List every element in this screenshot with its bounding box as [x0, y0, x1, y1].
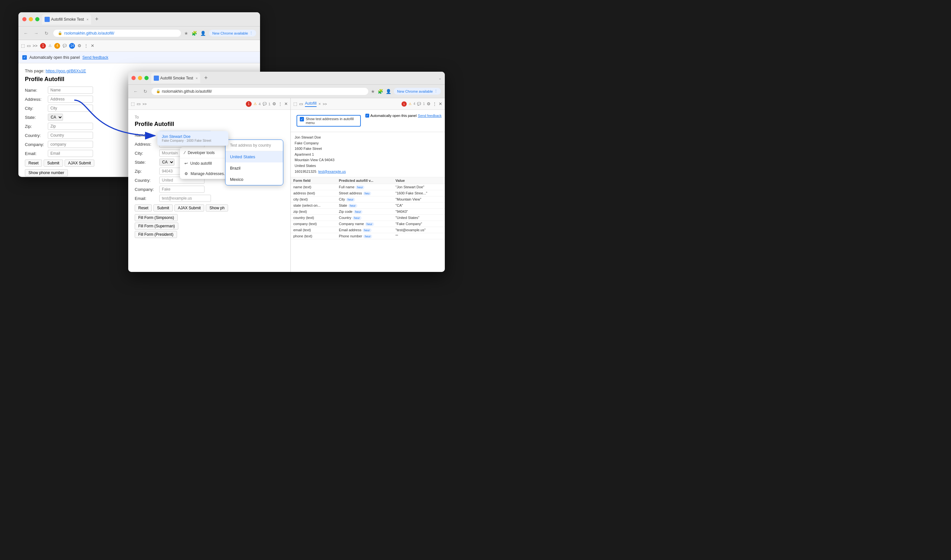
name-input[interactable]: [48, 86, 93, 94]
city-input[interactable]: [48, 105, 93, 112]
country-item-brazil[interactable]: Brazil: [225, 162, 283, 174]
ajax-submit-button-1[interactable]: AJAX Submit: [65, 160, 95, 167]
company-input-2[interactable]: [159, 186, 205, 193]
profile-icon[interactable]: 👤: [200, 31, 206, 36]
minimize-button[interactable]: [29, 17, 33, 21]
more-tabs-icon[interactable]: >>: [323, 102, 327, 106]
reset-btn-2[interactable]: Reset: [135, 205, 152, 212]
submit-btn-2[interactable]: Submit: [154, 205, 172, 212]
new-tab-btn-2[interactable]: +: [204, 75, 208, 82]
forward-button[interactable]: →: [32, 31, 40, 36]
country-item-mexico[interactable]: Mexico: [225, 174, 283, 185]
back-button[interactable]: ←: [22, 31, 29, 36]
more-icon-2: ⋮: [434, 89, 438, 93]
close-btn-2[interactable]: [131, 76, 136, 80]
more-tools-icon[interactable]: >>: [32, 43, 37, 48]
field-cell: address (text): [291, 190, 336, 196]
device-icon-2[interactable]: ▭: [137, 102, 140, 106]
show-phone-button-1[interactable]: Show phone number: [25, 169, 68, 176]
extension-icon-2[interactable]: 🧩: [378, 89, 383, 94]
address-input[interactable]: [48, 95, 93, 103]
goo-link[interactable]: https://goo.gl/B6Xs1E: [46, 68, 86, 73]
close-panel-icon[interactable]: ✕: [439, 102, 442, 106]
star-icon[interactable]: ★: [184, 31, 188, 36]
autofill-suggestion-dropdown[interactable]: Jon Stewart Doe Fake Company · 1600 Fake…: [157, 131, 228, 146]
maximize-button[interactable]: [35, 17, 39, 21]
more-devtools-icon[interactable]: ⋮: [84, 43, 88, 48]
company-label: Company:: [25, 142, 46, 147]
device-icon-3[interactable]: ▭: [299, 102, 303, 106]
value-cell: "1600 Fake Stree...": [393, 190, 445, 196]
company-label-2: Company:: [135, 187, 157, 192]
tab-1[interactable]: Autofill Smoke Test ×: [42, 14, 91, 25]
fill-simpsons-2[interactable]: Fill Form (Simpsons): [135, 214, 178, 221]
heur-badge: heur: [348, 204, 357, 208]
max-btn-2[interactable]: [145, 76, 149, 80]
settings-icon[interactable]: ⚙: [77, 43, 82, 48]
tab-close-icon[interactable]: ×: [86, 17, 89, 21]
star-icon-2[interactable]: ★: [371, 89, 375, 94]
address-label-2: Address:: [135, 142, 157, 147]
heur-badge: heur: [352, 216, 362, 220]
inspect-icon-2[interactable]: ⬚: [131, 102, 135, 106]
close-autofill-tab[interactable]: ×: [319, 102, 321, 106]
autofill-tab[interactable]: Autofill: [305, 101, 317, 107]
company-row-2: Company:: [135, 186, 284, 193]
close-devtools-2[interactable]: ✕: [284, 102, 288, 106]
reset-button-1[interactable]: Reset: [25, 160, 42, 167]
send-feedback-2[interactable]: Send feedback: [418, 114, 442, 118]
email-input[interactable]: [48, 150, 93, 157]
heur-badge: heur: [353, 210, 362, 214]
zip-input[interactable]: [48, 123, 93, 130]
tab-close-icon-2[interactable]: ×: [196, 76, 198, 80]
min-btn-2[interactable]: [138, 76, 142, 80]
back-btn-2[interactable]: ←: [132, 89, 139, 94]
auto-open-checkbox[interactable]: ✓: [22, 55, 27, 60]
url-box[interactable]: 🔒 rsolomakhin.github.io/autofill/: [53, 30, 181, 37]
submit-button-1[interactable]: Submit: [44, 160, 63, 167]
browser-2-content: ⬚ ▭ >> 1 ⚠ 4 💬 1 ⚙ ⋮ ✕ To Profile Autofi…: [128, 98, 445, 272]
country-input[interactable]: [48, 132, 93, 139]
send-feedback-link[interactable]: Send feedback: [82, 55, 108, 60]
close-devtools-icon[interactable]: ✕: [91, 43, 94, 48]
new-chrome-badge-2[interactable]: New Chrome available ⋮: [394, 88, 441, 95]
new-tab-button[interactable]: +: [95, 16, 98, 23]
new-chrome-badge[interactable]: New Chrome available ⋮: [209, 30, 256, 37]
auto-open-row: ✓ Automatically open this panel Send fee…: [365, 112, 442, 118]
country-label-2: Country:: [135, 178, 157, 183]
reload-btn-2[interactable]: ↻: [142, 89, 149, 94]
predicted-cell: Full name heur: [336, 184, 393, 190]
tab-2[interactable]: Autofill Smoke Test ×: [151, 73, 200, 83]
profile-icon-2[interactable]: 👤: [386, 89, 391, 94]
settings-icon-3[interactable]: ⚙: [427, 102, 431, 106]
fill-superman-2[interactable]: Fill Form (Superman): [135, 223, 178, 229]
state-select-2[interactable]: CA: [159, 158, 174, 166]
heur-badge: heur: [346, 198, 355, 202]
fill-president-2[interactable]: Fill Form (President): [135, 231, 177, 238]
value-cell: "Fake Company": [393, 221, 445, 227]
table-row: name (text)Full name heur"Jon Stewart Do…: [291, 184, 445, 190]
settings-icon-2[interactable]: ⚙: [272, 102, 276, 106]
company-input[interactable]: [48, 141, 93, 148]
email-row-2: Email:: [135, 195, 284, 202]
close-button[interactable]: [22, 17, 26, 21]
country-item-us[interactable]: United States: [225, 151, 283, 162]
show-test-checkbox[interactable]: ✓: [300, 117, 304, 122]
reload-button[interactable]: ↻: [43, 31, 50, 36]
more-devtools-2[interactable]: ⋮: [278, 102, 282, 106]
email-input-2[interactable]: [159, 195, 211, 202]
ajax-btn-2[interactable]: AJAX Submit: [174, 205, 205, 212]
value-cell: "94043": [393, 209, 445, 215]
name-label: Name:: [25, 88, 46, 93]
auto-open-checkbox-2[interactable]: ✓: [365, 114, 369, 118]
state-select[interactable]: CA: [48, 114, 63, 121]
show-phone-btn-2[interactable]: Show ph: [206, 205, 228, 212]
url-box-2[interactable]: 🔒 rsolomakhin.github.io/autofill/: [151, 88, 368, 95]
inspect-icon[interactable]: ⬚: [21, 43, 25, 48]
autofill-suggestion-item[interactable]: Jon Stewart Doe Fake Company · 1600 Fake…: [157, 131, 228, 146]
more-icon-3[interactable]: ⋮: [432, 102, 437, 106]
device-icon[interactable]: ▭: [27, 43, 31, 48]
inspect-icon-3[interactable]: ⬚: [293, 102, 297, 106]
more-tools-2[interactable]: >>: [142, 102, 147, 106]
extension-icon[interactable]: 🧩: [192, 31, 197, 36]
